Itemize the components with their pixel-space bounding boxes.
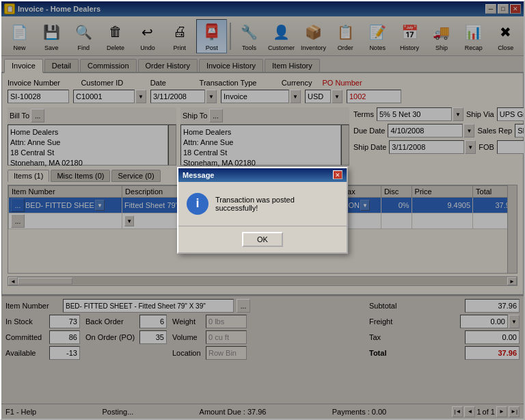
modal-content: i Transaction was posted successfully!	[178, 182, 347, 226]
message-dialog: Message ✕ i Transaction was posted succe…	[177, 167, 348, 254]
main-window: 📋 Invoice - Home Dealers ─ □ ✕ 📄 New 💾 S…	[0, 0, 525, 420]
modal-title: Message	[183, 171, 214, 179]
modal-overlay: Message ✕ i Transaction was posted succe…	[1, 1, 524, 419]
modal-close-button[interactable]: ✕	[333, 170, 342, 179]
modal-buttons: OK	[178, 226, 347, 252]
modal-title-bar: Message ✕	[178, 168, 347, 182]
modal-ok-button[interactable]: OK	[242, 232, 283, 247]
modal-message-text: Transaction was posted successfully!	[215, 196, 338, 212]
modal-info-icon: i	[187, 193, 208, 215]
